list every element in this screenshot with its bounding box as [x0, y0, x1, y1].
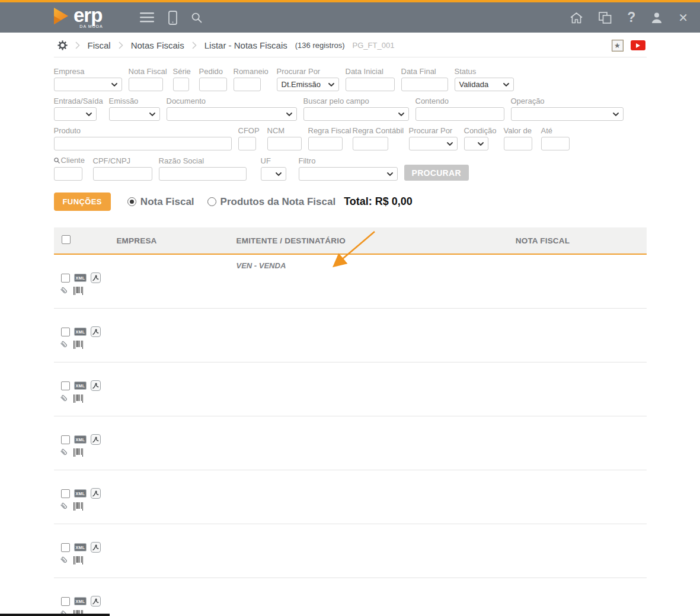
condicao-select[interactable] [464, 137, 488, 150]
close-icon[interactable]: ✕ [678, 11, 688, 25]
menu-icon[interactable] [140, 12, 154, 23]
cliente-input[interactable] [54, 167, 82, 181]
table-header: EMPRESA EMITENTE / DESTINATÁRIO NOTA FIS… [54, 227, 647, 255]
razao-social-input[interactable] [159, 167, 247, 181]
regra-fiscal-input[interactable] [308, 137, 343, 150]
pedido-input[interactable] [199, 78, 227, 91]
cfop-input[interactable] [238, 137, 256, 150]
cpf-cnpj-input[interactable] [93, 167, 152, 181]
procurar-por-2-select[interactable] [409, 137, 458, 150]
chevron-down-icon [111, 83, 117, 86]
field-ate: Até [541, 126, 570, 150]
chevron-down-icon [447, 142, 453, 146]
chevron-down-icon [613, 113, 619, 116]
records-count: (136 registros) [295, 41, 345, 50]
uf-select[interactable] [261, 167, 286, 181]
filtro-select[interactable] [299, 167, 398, 181]
gear-icon[interactable] [57, 40, 68, 50]
cascade-windows-icon[interactable] [599, 12, 612, 24]
breadcrumb-item-notas-fiscais[interactable]: Notas Fiscais [131, 40, 184, 50]
field-valor-de: Valor de [504, 126, 535, 150]
mobile-icon[interactable] [168, 11, 177, 25]
select-all-checkbox[interactable] [62, 235, 71, 244]
pdf-icon[interactable] [91, 488, 101, 499]
xml-icon[interactable]: XML [74, 328, 87, 336]
radio-produtos-nota-fiscal[interactable]: Produtos da Nota Fiscal [207, 196, 336, 208]
pdf-icon[interactable] [91, 380, 101, 391]
serie-input[interactable] [173, 78, 189, 91]
attachment-icon[interactable] [60, 286, 69, 295]
xml-icon[interactable]: XML [74, 274, 87, 282]
attachment-icon[interactable] [60, 448, 69, 457]
valor-de-input[interactable] [504, 137, 532, 150]
data-final-input[interactable] [401, 78, 448, 91]
ncm-input[interactable] [267, 137, 302, 150]
buscar-pelo-campo-select[interactable] [303, 107, 409, 121]
regra-contabil-input[interactable] [353, 137, 388, 150]
romaneio-input[interactable] [234, 78, 261, 91]
chevron-down-icon [86, 113, 92, 116]
table-row: VEN - VENDA XML [54, 255, 647, 309]
barcode-icon[interactable] [73, 556, 84, 564]
contendo-input[interactable] [415, 107, 504, 121]
row-checkbox[interactable] [61, 543, 70, 552]
procurar-button[interactable]: PROCURAR [404, 165, 469, 181]
attachment-icon[interactable] [60, 340, 69, 349]
ate-input[interactable] [541, 137, 570, 150]
row-checkbox[interactable] [61, 381, 70, 390]
pdf-icon[interactable] [91, 272, 101, 283]
radio-nota-fiscal[interactable]: Nota Fiscal [127, 196, 194, 208]
funcoes-button[interactable]: FUNÇÕES [54, 192, 111, 211]
nota-fiscal-input[interactable] [129, 78, 163, 91]
xml-icon[interactable]: XML [74, 489, 87, 498]
status-select[interactable]: Validada [455, 78, 514, 91]
xml-icon[interactable]: XML [74, 543, 87, 551]
pedido-label: Pedido [199, 67, 227, 76]
entrada-saida-select[interactable] [54, 107, 97, 121]
pdf-icon[interactable] [91, 326, 101, 337]
row-checkbox[interactable] [61, 597, 70, 606]
empresa-select[interactable] [54, 78, 122, 91]
attachment-icon[interactable] [60, 502, 69, 511]
pdf-icon[interactable] [91, 434, 101, 445]
help-icon[interactable]: ? [627, 9, 635, 25]
barcode-icon[interactable] [73, 341, 84, 349]
data-inicial-input[interactable] [346, 78, 395, 91]
field-condicao: Condição [464, 126, 497, 150]
romaneio-label: Romaneio [234, 67, 270, 76]
breadcrumb-item-fiscal[interactable]: Fiscal [88, 40, 111, 50]
barcode-icon[interactable] [73, 502, 84, 511]
emissao-label: Emissão [109, 97, 160, 105]
row-checkbox[interactable] [61, 328, 70, 336]
barcode-icon[interactable] [73, 394, 84, 403]
procurar-por-select[interactable]: Dt.Emissão [277, 78, 339, 91]
home-icon[interactable] [570, 12, 583, 24]
attachment-icon[interactable] [60, 394, 69, 403]
operacao-select[interactable] [511, 107, 624, 121]
pdf-icon[interactable] [91, 542, 101, 553]
radio-dot-icon [207, 197, 216, 206]
xml-icon[interactable]: XML [74, 381, 87, 390]
xml-icon[interactable]: XML [74, 597, 87, 605]
row-checkbox[interactable] [61, 274, 70, 283]
youtube-icon[interactable] [631, 40, 645, 50]
user-icon[interactable] [651, 12, 663, 24]
pdf-icon[interactable] [91, 596, 101, 607]
row-checkbox[interactable] [61, 435, 70, 444]
emissao-select[interactable] [109, 107, 160, 121]
favorite-star-icon[interactable]: ★ [612, 40, 624, 52]
search-icon[interactable] [191, 12, 202, 23]
attachment-icon[interactable] [60, 556, 69, 564]
barcode-icon[interactable] [73, 287, 84, 295]
documento-select[interactable] [167, 107, 297, 121]
xml-icon[interactable]: XML [74, 435, 87, 444]
brand-triangle-icon [52, 7, 70, 25]
produto-input[interactable] [54, 137, 232, 150]
field-ncm: NCM [267, 126, 302, 150]
barcode-icon[interactable] [73, 448, 84, 457]
contendo-label: Contendo [415, 97, 504, 105]
row-checkbox[interactable] [61, 489, 70, 498]
row-operation-label [236, 477, 647, 488]
brand-logo[interactable]: erp DA MODA [52, 7, 103, 28]
chevron-down-icon [387, 172, 393, 176]
